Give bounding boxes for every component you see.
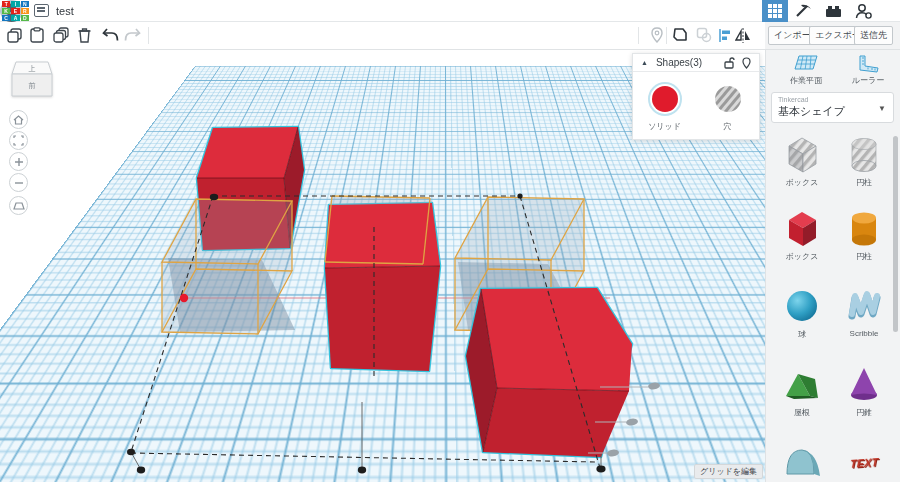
shape-item-text[interactable]: TEXT xyxy=(836,442,892,482)
logo-tile: T xyxy=(2,1,10,7)
design-properties-icon[interactable] xyxy=(34,4,49,17)
ruler-label: ルーラー xyxy=(852,75,884,86)
home-icon xyxy=(13,115,24,125)
chevron-down-icon: ▼ xyxy=(878,104,886,113)
ruler-helper-button[interactable]: ルーラー xyxy=(838,55,898,89)
paste-button[interactable] xyxy=(27,25,47,45)
shape-item-cylinder[interactable]: 円柱 xyxy=(836,208,892,270)
shape-item-sphere[interactable]: 球 xyxy=(774,286,830,348)
align-button[interactable] xyxy=(714,25,734,45)
grid-icon xyxy=(768,4,782,18)
sphere-icon xyxy=(782,286,822,328)
logo-tile: N xyxy=(21,1,29,7)
shape-label: ボックス xyxy=(786,177,819,188)
hole-label: 穴 xyxy=(724,121,732,132)
paste-icon xyxy=(30,27,44,43)
shape-label: Scribble xyxy=(850,329,879,338)
design-title[interactable]: test xyxy=(56,5,74,17)
logo-tile: A xyxy=(11,15,19,21)
fit-view-button[interactable] xyxy=(9,131,28,150)
pin-icon xyxy=(651,27,663,43)
view-cube[interactable]: 上 前 xyxy=(11,60,53,98)
edit-grid-button[interactable]: グリッドを編集 xyxy=(694,464,763,479)
scale-handle[interactable] xyxy=(626,418,639,426)
hole-cylinder-icon xyxy=(844,134,884,176)
copy-button[interactable] xyxy=(4,25,24,45)
perspective-toggle-button[interactable] xyxy=(9,196,28,215)
undo-arrow-icon xyxy=(102,28,119,42)
shape-label: 円錐 xyxy=(856,407,872,418)
send-to-label: 送信先 xyxy=(860,29,887,42)
shape-item-hole-cylinder[interactable]: 円柱 xyxy=(836,134,892,196)
visibility-pin-icon[interactable] xyxy=(742,57,751,69)
logo-tile: R xyxy=(21,8,29,14)
ungroup-icon xyxy=(696,27,712,43)
workplane-tool-button[interactable] xyxy=(647,25,667,45)
lego-brick-icon xyxy=(825,5,842,18)
red-cube[interactable] xyxy=(325,203,440,371)
logo-tile: D xyxy=(21,15,29,21)
shape-item-hole-box[interactable]: ボックス xyxy=(774,134,830,196)
toolbar-separator xyxy=(638,27,639,44)
view-cube-front-label[interactable]: 前 xyxy=(29,82,36,89)
home-view-button[interactable] xyxy=(9,110,28,129)
hole-material-option[interactable]: 穴 xyxy=(710,81,746,132)
minus-icon xyxy=(14,178,24,188)
workplane-helper-button[interactable]: 作業平面 xyxy=(776,55,836,89)
toolbar-separator xyxy=(666,27,667,44)
copy-icon xyxy=(7,28,22,43)
add-user-icon xyxy=(855,3,872,19)
collapse-icon[interactable]: ▲ xyxy=(641,59,648,66)
shape-item-scribble[interactable]: Scribble xyxy=(836,286,892,348)
scribble-icon xyxy=(844,286,884,328)
bricks-mode-button[interactable] xyxy=(820,0,846,22)
minecraft-mode-button[interactable] xyxy=(790,0,816,22)
orange-cylinder-icon xyxy=(844,208,884,250)
hole-swatch-icon xyxy=(710,81,746,117)
logo-tile: I xyxy=(11,1,19,7)
shape-label: ボックス xyxy=(786,251,819,262)
delete-button[interactable] xyxy=(74,25,94,45)
app-header: T I N K E R C A D test xyxy=(0,0,900,22)
workplane-icon xyxy=(794,55,818,73)
plus-icon xyxy=(14,157,24,167)
shape-item-cone[interactable]: 円錐 xyxy=(836,364,892,426)
pickaxe-icon xyxy=(795,4,812,19)
redo-button[interactable] xyxy=(122,25,142,45)
unlock-icon[interactable] xyxy=(724,57,735,69)
red-box-icon xyxy=(782,208,822,250)
send-to-button[interactable]: 送信先 xyxy=(854,26,893,45)
3d-design-mode-button[interactable] xyxy=(762,0,788,22)
text-shape-icon: TEXT xyxy=(850,456,878,470)
undo-button[interactable] xyxy=(100,25,120,45)
group-button[interactable] xyxy=(670,25,690,45)
mirror-flip-icon xyxy=(735,28,751,43)
shape-library-dropdown[interactable]: Tinkercad 基本シェイプ ▼ xyxy=(771,92,894,123)
perspective-icon xyxy=(13,201,25,211)
view-cube-top-label[interactable]: 上 xyxy=(29,65,36,72)
fit-view-icon xyxy=(13,135,24,146)
solid-swatch-icon xyxy=(647,81,683,117)
scale-handle[interactable] xyxy=(607,449,620,457)
solid-label: ソリッド xyxy=(648,121,681,132)
mirror-button[interactable] xyxy=(733,25,753,45)
sidebar-scrollbar[interactable] xyxy=(893,136,898,332)
shape-label: 屋根 xyxy=(794,407,810,418)
ungroup-button[interactable] xyxy=(694,25,714,45)
solid-material-option[interactable]: ソリッド xyxy=(647,81,683,132)
roof-icon xyxy=(782,364,822,406)
library-name: 基本シェイプ xyxy=(778,104,887,119)
shape-item-roof[interactable]: 屋根 xyxy=(774,364,830,426)
edit-grid-label: グリッドを編集 xyxy=(700,466,757,477)
tinkercad-logo[interactable]: T I N K E R C A D xyxy=(2,1,29,21)
rotate-handle-red-dot[interactable] xyxy=(180,294,188,302)
scale-handle[interactable] xyxy=(648,382,661,390)
shape-item-box[interactable]: ボックス xyxy=(774,208,830,270)
shape-item-round-roof[interactable] xyxy=(774,442,830,482)
red-cube[interactable] xyxy=(466,288,632,457)
zoom-in-button[interactable] xyxy=(9,152,28,171)
share-user-button[interactable] xyxy=(850,0,876,22)
zoom-out-button[interactable] xyxy=(9,173,28,192)
duplicate-button[interactable] xyxy=(51,25,71,45)
logo-tile: E xyxy=(11,8,19,14)
